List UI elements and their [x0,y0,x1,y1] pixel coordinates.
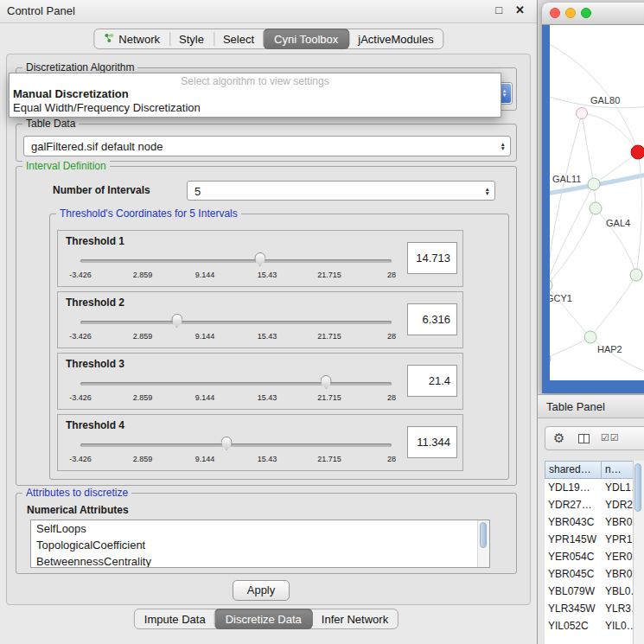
network-graph [550,25,644,380]
number-of-intervals-label: Number of Intervals [53,184,150,196]
slider-thumb[interactable] [254,252,265,266]
app-root: Control Panel □ ✕ Network Style Select [0,0,644,644]
tab-label: Network [118,33,160,46]
control-panel-titlebar: Control Panel □ ✕ [0,0,537,23]
tab-cyni-toolbox[interactable]: Cyni Toolbox [263,29,349,49]
table-row[interactable]: YLR345WYLR3… [545,600,644,617]
threshold-4-slider[interactable] [80,442,392,449]
node-label: GAL4 [606,218,630,228]
slider-thumb[interactable] [171,314,182,328]
table-row[interactable]: YBL079WYBL0… [545,583,644,600]
interval-definition-group: Interval Definition Number of Intervals … [16,166,517,486]
updown-arrows-icon: ▲▼ [501,142,506,150]
numerical-attributes-label: Numerical Attributes [27,504,129,516]
threshold-3-value-field[interactable]: 21.4 [407,365,457,397]
node-label: GCY1 [550,293,572,303]
minimize-traffic-light-icon[interactable] [565,8,576,18]
column-header-shared-name[interactable]: shared… [545,461,602,479]
list-item[interactable]: BetweennessCentrality [31,553,489,568]
table-header-row: shared… n… [545,461,644,479]
network-node[interactable] [588,178,600,190]
tab-network[interactable]: Network [94,29,169,48]
table-data-combobox[interactable]: galFiltered.sif default node ▲▼ [23,136,511,156]
threshold-1-row: Threshold 1 -3.426 2.859 9.144 15.43 21.… [57,230,463,287]
float-window-icon[interactable]: □ [495,3,502,16]
table-scrollbar[interactable] [633,461,644,644]
dropdown-option-equal-width[interactable]: Equal Width/Frequency Discretization [13,101,201,114]
threshold-2-slider[interactable] [80,319,392,326]
table-body: YDL19…YDL1… YDR27…YDR2… YBR043CYBR0… YPR… [545,479,644,644]
updown-arrows-icon: ▲▼ [485,187,490,195]
table-toolbar: ⚙ ☑☑ [545,426,644,450]
table-row[interactable]: YBR045CYBR0… [545,565,644,583]
table-data-group: Table Data galFiltered.sif default node … [16,124,517,162]
threshold-3-row: Threshold 3 -3.426 2.859 9.144 15.43 21.… [57,353,463,410]
network-node[interactable] [550,279,552,291]
network-window-titlebar[interactable] [542,3,644,25]
slider-thumb[interactable] [221,437,233,450]
list-item[interactable]: SelfLoops [31,520,489,537]
threshold-2-value-field[interactable]: 6.316 [407,303,457,335]
table-row[interactable]: YDL19…YDL1… [545,479,644,496]
network-node[interactable] [590,202,602,214]
network-icon [104,33,114,46]
select-columns-icon[interactable]: ☑☑ [601,432,620,443]
table-row[interactable]: YDR27…YDR2… [545,496,644,513]
table-panel: ⚙ ☑☑ shared… n… YDL19…YDL1… YDR27…YDR2… … [538,418,644,644]
threshold-3-slider[interactable] [80,380,392,387]
combobox-value: galFiltered.sif default node [31,140,163,153]
table-row[interactable]: YBR043CYBR0… [545,513,644,531]
tab-jactivemodules[interactable]: jActiveModules [348,29,443,48]
scrollbar-thumb[interactable] [480,522,487,548]
network-node[interactable] [630,269,642,281]
table-row[interactable]: YER054CYER0… [545,548,644,565]
slider-track[interactable] [80,321,392,324]
table-panel-header: Table Panel [538,394,644,418]
slider-track[interactable] [80,259,392,263]
zoom-traffic-light-icon[interactable] [581,8,591,18]
node-label: HAP2 [597,344,622,354]
algorithm-dropdown-list: Select algorithm to view settings Manual… [9,73,501,118]
network-canvas[interactable]: GAL80 GAL11 GAL4 GCY1 HAP2 [550,25,644,380]
dropdown-option-manual[interactable]: Manual Discretization [13,87,129,100]
gear-icon[interactable]: ⚙ [553,430,564,446]
table-row[interactable]: YIL052CYIL0… [545,617,644,634]
threshold-4-value-field[interactable]: 11.344 [407,426,457,458]
tab-impute-data[interactable]: Impute Data [135,609,215,628]
tab-discretize-data[interactable]: Discretize Data [214,609,313,629]
tab-select[interactable]: Select [214,29,264,48]
node-label: GAL80 [590,95,620,105]
threshold-1-slider[interactable] [80,258,392,265]
network-node-selected-red[interactable] [631,145,644,159]
network-node[interactable] [584,331,596,343]
threshold-2-row: Threshold 2 -3.426 2.859 9.144 15.43 21.… [57,291,463,348]
network-node[interactable] [550,353,551,365]
column-chooser-icon[interactable] [578,434,590,443]
slider-track[interactable] [80,382,392,386]
number-of-intervals-combobox[interactable]: 5 ▲▼ [187,181,495,201]
apply-button[interactable]: Apply [233,580,290,601]
group-title: Discretization Algorithm [22,61,137,73]
network-node[interactable] [577,108,588,119]
table-row[interactable]: YPR145WYPR1… [545,531,644,548]
control-panel-body: Discretization Algorithm ▲▼ Select algor… [6,54,531,605]
slider-thumb[interactable] [321,375,332,389]
bottom-tabbar: Impute Data Discretize Data Infer Networ… [134,609,399,629]
list-item[interactable]: TopologicalCoefficient [31,537,489,553]
network-view-window: GAL80 GAL11 GAL4 GCY1 HAP2 [542,3,644,393]
tab-infer-network[interactable]: Infer Network [312,609,398,628]
tab-style[interactable]: Style [169,29,214,48]
scrollbar-thumb[interactable] [634,463,641,512]
close-traffic-light-icon[interactable] [550,8,560,18]
attributes-group: Attributes to discretize Numerical Attri… [16,493,517,574]
threshold-1-value-field[interactable]: 14.713 [407,242,457,274]
group-title: Table Data [22,118,79,130]
close-icon[interactable]: ✕ [515,3,525,16]
group-title: Attributes to discretize [22,487,131,499]
combobox-value: 5 [194,184,201,197]
slider-track[interactable] [80,443,392,447]
node-label: GAL11 [552,174,581,184]
list-scrollbar[interactable] [477,520,489,567]
control-panel: Control Panel □ ✕ Network Style Select [0,0,538,644]
group-title: Threshold's Coordinates for 5 Intervals [56,207,241,220]
